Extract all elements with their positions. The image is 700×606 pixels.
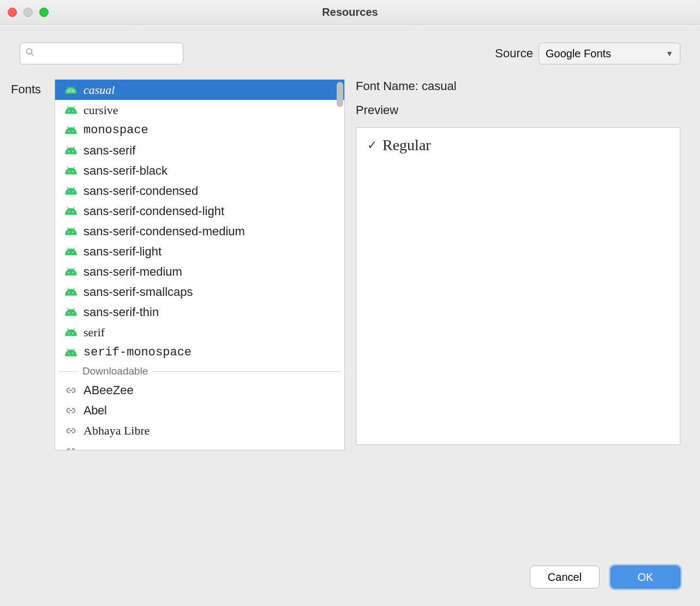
svg-point-24 [68, 312, 69, 313]
svg-point-19 [73, 252, 74, 253]
font-item-label: serif [83, 325, 105, 340]
android-icon [65, 287, 77, 296]
font-item-label: sans-serif-smallcaps [83, 285, 193, 299]
font-item[interactable]: sans-serif [55, 140, 344, 161]
android-icon [65, 146, 77, 155]
ok-button[interactable]: OK [611, 566, 680, 589]
font-item[interactable]: sans-serif-light [55, 241, 344, 262]
font-name-line: Font Name: casual [356, 79, 680, 93]
font-item-label: sans-serif-light [83, 245, 161, 259]
font-item-label: sans-serif-condensed-medium [83, 224, 245, 239]
search-input[interactable] [20, 43, 183, 64]
svg-point-18 [68, 252, 69, 253]
android-icon [65, 307, 77, 317]
font-item-label: sans-serif-condensed [83, 184, 198, 198]
link-icon [65, 425, 77, 437]
search-icon [25, 47, 35, 60]
android-icon [65, 105, 77, 115]
font-item-label: sans-serif [83, 144, 135, 158]
font-item[interactable]: sans-serif-medium [55, 262, 344, 282]
svg-point-0 [27, 49, 32, 54]
svg-point-25 [73, 312, 74, 313]
font-item-label: sans-serif-condensed-light [83, 204, 224, 218]
titlebar: Resources [0, 0, 700, 25]
toolbar: Source Google Fonts ▼ [0, 25, 700, 68]
svg-point-11 [73, 171, 74, 172]
font-item-label: cursive [83, 103, 118, 117]
downloadable-label: Downloadable [82, 365, 148, 377]
svg-point-9 [73, 151, 74, 152]
font-item[interactable]: Abel [55, 400, 344, 420]
svg-point-28 [68, 353, 69, 354]
preview-item[interactable]: ✓ Regular [367, 136, 669, 154]
zoom-window-icon[interactable] [39, 8, 49, 17]
svg-point-2 [68, 90, 69, 91]
font-item-label: sans-serif-black [83, 164, 167, 178]
svg-point-10 [68, 171, 69, 172]
svg-point-29 [73, 353, 74, 354]
search-field[interactable] [20, 43, 183, 64]
font-item[interactable]: casual [55, 80, 344, 100]
preview-box: ✓ Regular [356, 127, 680, 445]
font-item[interactable]: Abhaya Libre [55, 420, 344, 441]
svg-point-13 [73, 191, 74, 192]
cancel-button[interactable]: Cancel [530, 566, 600, 589]
preview-text: Regular [382, 136, 431, 154]
svg-point-17 [73, 231, 74, 233]
font-item-label: Abhaya Libre [83, 424, 150, 438]
android-icon [65, 166, 77, 175]
svg-point-3 [73, 90, 74, 91]
font-item-label: casual [83, 83, 115, 97]
svg-point-21 [73, 272, 74, 273]
android-icon [65, 126, 77, 135]
font-item-label: sans-serif-medium [83, 265, 182, 279]
svg-point-6 [68, 130, 69, 132]
android-icon [65, 85, 77, 94]
downloadable-separator: Downloadable [55, 363, 344, 380]
scrollbar-thumb[interactable] [337, 82, 343, 107]
font-item[interactable]: sans-serif-smallcaps [55, 282, 344, 302]
svg-point-4 [68, 110, 69, 111]
fonts-label: Fonts [11, 79, 55, 97]
font-name-value: casual [422, 79, 457, 93]
android-icon [65, 267, 77, 276]
font-item[interactable]: ABeeZee [55, 380, 344, 400]
font-item[interactable]: sans-serif-condensed-light [55, 201, 344, 221]
svg-point-27 [73, 332, 74, 334]
font-item[interactable]: monospace [55, 120, 344, 140]
window-controls [0, 8, 49, 17]
resources-dialog: Resources Source Google Fonts ▼ Fonts ca… [0, 0, 700, 606]
font-item[interactable]: Abril Fatface [55, 441, 344, 450]
font-item-label: serif-monospace [83, 346, 192, 359]
svg-point-20 [68, 272, 69, 273]
android-icon [65, 328, 77, 337]
font-list-container: casualcursivemonospacesans-serifsans-ser… [55, 79, 345, 450]
svg-point-16 [68, 231, 69, 233]
close-window-icon[interactable] [8, 8, 17, 17]
font-item-label: sans-serif-thin [83, 305, 159, 319]
source-select[interactable]: Google Fonts ▼ [539, 43, 680, 64]
font-item-label: Abel [83, 403, 106, 418]
checkmark-icon: ✓ [367, 138, 377, 152]
font-name-label: Font Name: [356, 79, 418, 93]
window-title: Resources [322, 6, 378, 19]
font-item[interactable]: sans-serif-thin [55, 302, 344, 322]
android-icon [65, 227, 77, 236]
font-item[interactable]: sans-serif-condensed [55, 181, 344, 201]
main-content: Fonts casualcursivemonospacesans-serifsa… [0, 68, 700, 547]
svg-point-8 [68, 151, 69, 152]
android-icon [65, 206, 77, 216]
font-list[interactable]: casualcursivemonospacesans-serifsans-ser… [55, 80, 344, 450]
svg-point-15 [73, 211, 74, 212]
font-item[interactable]: sans-serif-condensed-medium [55, 221, 344, 241]
font-item[interactable]: cursive [55, 100, 344, 120]
font-item[interactable]: serif-monospace [55, 342, 344, 363]
svg-point-14 [68, 211, 69, 212]
android-icon [65, 247, 77, 256]
svg-point-7 [73, 130, 74, 132]
font-item[interactable]: sans-serif-black [55, 161, 344, 181]
font-item[interactable]: serif [55, 322, 344, 342]
minimize-window-icon [23, 8, 33, 17]
svg-point-23 [73, 292, 74, 293]
svg-point-26 [68, 332, 69, 334]
